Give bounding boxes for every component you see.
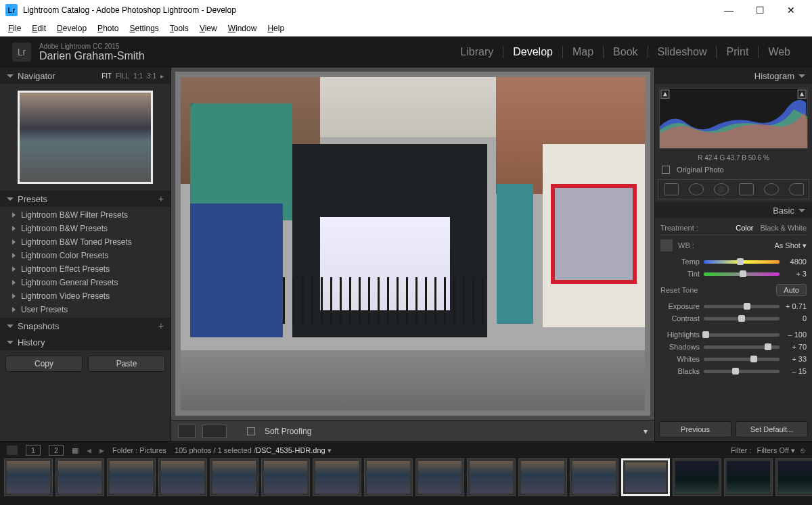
contrast-slider[interactable]: Contrast0 bbox=[660, 312, 807, 324]
slider-thumb[interactable] bbox=[740, 270, 746, 277]
filmstrip-thumb[interactable] bbox=[55, 458, 104, 496]
slider-track[interactable] bbox=[704, 272, 780, 276]
slider-thumb[interactable] bbox=[702, 331, 709, 338]
slider-track[interactable] bbox=[704, 333, 780, 337]
module-develop[interactable]: Develop bbox=[503, 46, 563, 58]
module-slideshow[interactable]: Slideshow bbox=[648, 46, 717, 58]
preset-folder[interactable]: Lightroom B&W Toned Presets bbox=[0, 235, 171, 249]
zoom-3-1[interactable]: 3:1 bbox=[147, 72, 156, 80]
histogram-display[interactable] bbox=[659, 88, 808, 149]
redeye-tool-icon[interactable] bbox=[714, 183, 729, 195]
copy-button[interactable]: Copy bbox=[5, 356, 83, 372]
slider-thumb[interactable] bbox=[750, 356, 757, 362]
presets-header[interactable]: Presets + bbox=[0, 191, 171, 207]
filmstrip-thumb[interactable] bbox=[673, 458, 721, 496]
menu-edit[interactable]: Edit bbox=[26, 24, 51, 33]
slider-track[interactable] bbox=[704, 260, 780, 264]
filmstrip-thumb[interactable] bbox=[621, 458, 670, 496]
paste-button[interactable]: Paste bbox=[88, 356, 165, 372]
spot-removal-icon[interactable] bbox=[689, 183, 704, 195]
slider-track[interactable] bbox=[704, 305, 780, 308]
highlights-slider[interactable]: Highlights– 100 bbox=[660, 329, 807, 341]
zoom-fit[interactable]: FIT bbox=[102, 72, 112, 80]
menu-file[interactable]: File bbox=[3, 24, 26, 33]
crop-tool-icon[interactable] bbox=[664, 183, 679, 195]
image-canvas[interactable] bbox=[175, 72, 650, 416]
graduated-filter-icon[interactable] bbox=[739, 183, 754, 195]
secondary-display-icon[interactable] bbox=[7, 446, 18, 455]
filmstrip-thumb[interactable] bbox=[313, 458, 361, 496]
slider-thumb[interactable] bbox=[765, 343, 771, 350]
module-print[interactable]: Print bbox=[717, 46, 759, 58]
grid-view-icon[interactable]: ▦ bbox=[72, 446, 78, 455]
minimize-button[interactable]: — bbox=[713, 0, 744, 20]
zoom-1-1[interactable]: 1:1 bbox=[133, 72, 143, 80]
filter-lock-icon[interactable]: ⎋ bbox=[800, 446, 805, 454]
tint-slider[interactable]: Tint+ 3 bbox=[660, 268, 807, 280]
temp-slider[interactable]: Temp4800 bbox=[660, 256, 807, 268]
module-library[interactable]: Library bbox=[451, 46, 503, 58]
menu-view[interactable]: View bbox=[194, 24, 223, 33]
auto-tone-button[interactable]: Auto bbox=[776, 284, 807, 296]
menu-settings[interactable]: Settings bbox=[124, 24, 164, 33]
shadows-slider[interactable]: Shadows+ 70 bbox=[660, 341, 807, 353]
reset-tone-button[interactable]: Reset Tone bbox=[660, 286, 698, 294]
module-web[interactable]: Web bbox=[759, 46, 800, 58]
filmstrip-thumb[interactable] bbox=[4, 458, 53, 496]
maximize-button[interactable]: ☐ bbox=[744, 0, 775, 20]
add-snapshot-button[interactable]: + bbox=[158, 320, 164, 331]
close-button[interactable]: ✕ bbox=[775, 0, 807, 20]
original-photo-checkbox[interactable] bbox=[662, 166, 670, 174]
filmstrip-thumb[interactable] bbox=[570, 458, 618, 496]
zoom-chevron-icon[interactable]: ▸ bbox=[160, 72, 164, 80]
module-map[interactable]: Map bbox=[563, 46, 604, 58]
slider-track[interactable] bbox=[704, 370, 780, 373]
preset-folder[interactable]: User Presets bbox=[0, 303, 171, 316]
menu-help[interactable]: Help bbox=[262, 24, 290, 33]
preset-folder[interactable]: Lightroom Video Presets bbox=[0, 289, 171, 303]
menu-develop[interactable]: Develop bbox=[51, 24, 92, 33]
whites-slider[interactable]: Whites+ 33 bbox=[660, 353, 807, 365]
filmstrip-thumb[interactable] bbox=[518, 458, 567, 496]
slider-track[interactable] bbox=[704, 345, 780, 349]
wb-dropdown[interactable]: As Shot ▾ bbox=[774, 241, 807, 250]
before-after-icon[interactable] bbox=[202, 425, 227, 438]
slider-thumb[interactable] bbox=[737, 258, 744, 265]
basic-header[interactable]: Basic bbox=[655, 202, 812, 218]
secondary-display-button[interactable]: 2 bbox=[49, 445, 64, 456]
folder-path[interactable]: Folder : Pictures bbox=[112, 446, 166, 454]
filmstrip-thumb[interactable] bbox=[107, 458, 156, 496]
slider-track[interactable] bbox=[704, 317, 780, 320]
exposure-slider[interactable]: Exposure+ 0.71 bbox=[660, 300, 807, 312]
treatment-bw[interactable]: Black & White bbox=[761, 224, 807, 232]
wb-dropper-icon[interactable] bbox=[660, 239, 673, 251]
toolbar-chevron-icon[interactable]: ▾ bbox=[644, 427, 648, 436]
set-default-button[interactable]: Set Default... bbox=[736, 421, 808, 437]
nav-forward-icon[interactable]: ▸ bbox=[99, 445, 104, 456]
blacks-slider[interactable]: Blacks– 15 bbox=[660, 365, 807, 377]
filmstrip-thumb[interactable] bbox=[364, 458, 413, 496]
snapshots-header[interactable]: Snapshots + bbox=[0, 318, 171, 334]
treatment-color[interactable]: Color bbox=[736, 224, 753, 232]
filmstrip-thumb[interactable] bbox=[724, 458, 773, 496]
slider-thumb[interactable] bbox=[738, 315, 745, 322]
filmstrip-thumb[interactable] bbox=[210, 458, 258, 496]
main-display-button[interactable]: 1 bbox=[26, 445, 41, 456]
preset-folder[interactable]: Lightroom B&W Presets bbox=[0, 222, 171, 235]
slider-thumb[interactable] bbox=[744, 303, 750, 310]
module-book[interactable]: Book bbox=[604, 46, 648, 58]
add-preset-button[interactable]: + bbox=[158, 193, 164, 204]
soft-proofing-checkbox[interactable] bbox=[247, 427, 255, 435]
previous-button[interactable]: Previous bbox=[659, 421, 731, 437]
histogram-header[interactable]: Histogram bbox=[655, 68, 812, 84]
preset-folder[interactable]: Lightroom Color Presets bbox=[0, 249, 171, 262]
slider-thumb[interactable] bbox=[732, 368, 739, 375]
filmstrip-thumb[interactable] bbox=[158, 458, 207, 496]
navigator-header[interactable]: Navigator FIT FILL 1:1 3:1 ▸ bbox=[0, 68, 171, 84]
filmstrip-thumb[interactable] bbox=[775, 458, 812, 496]
loupe-view-icon[interactable] bbox=[178, 425, 196, 438]
zoom-fill[interactable]: FILL bbox=[116, 72, 129, 80]
preset-folder[interactable]: Lightroom Effect Presets bbox=[0, 262, 171, 276]
preset-folder[interactable]: Lightroom General Presets bbox=[0, 276, 171, 289]
preset-folder[interactable]: Lightroom B&W Filter Presets bbox=[0, 208, 171, 222]
